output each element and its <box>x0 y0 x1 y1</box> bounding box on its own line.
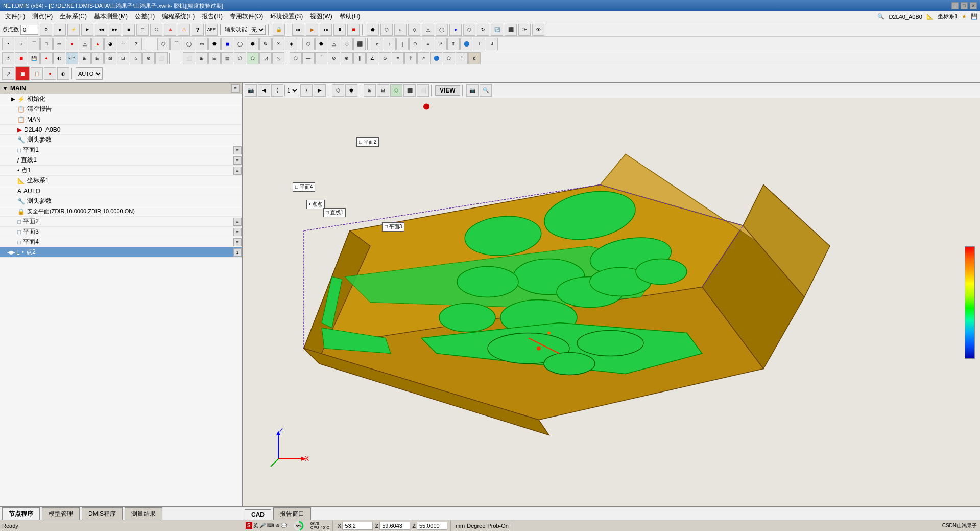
maximize-button[interactable]: □ <box>961 2 968 9</box>
tb3-r9[interactable]: ⬡ <box>290 52 302 64</box>
tb3-l1[interactable]: ↺ <box>2 52 14 64</box>
point1-btn[interactable]: ≡ <box>233 167 242 175</box>
tb2-r9[interactable]: ↻ <box>259 38 272 50</box>
tree-item-probeparam2[interactable]: 🔧 测头参数 <box>0 196 242 206</box>
tb-shape8[interactable]: ⬡ <box>463 24 475 36</box>
tb2-r22[interactable]: ↗ <box>435 38 447 50</box>
tb-btn-9[interactable]: ⬡ <box>150 24 162 36</box>
vt-b1[interactable]: ⬡ <box>332 84 344 97</box>
tb3-r5[interactable]: ⬡ <box>234 52 246 64</box>
tb2-r18[interactable]: ↕ <box>384 38 396 50</box>
tab-dmisprog[interactable]: DMIS程序 <box>82 507 123 520</box>
vt-prev-view[interactable]: ◀ <box>258 84 270 97</box>
menu-point[interactable]: 测点(P) <box>29 11 56 22</box>
tb2-r5[interactable]: ⬟ <box>208 38 221 50</box>
point2-btn[interactable]: 1 <box>233 248 242 257</box>
tb-stop[interactable]: ⏹ <box>347 24 360 36</box>
tb2-r17[interactable]: ⌀ <box>371 38 383 50</box>
plane4-btn[interactable]: ≡ <box>233 238 242 246</box>
menu-tolerance[interactable]: 公差(T) <box>132 11 158 22</box>
menu-file[interactable]: 文件(F) <box>2 11 28 22</box>
tb2-r1[interactable]: ⬡ <box>157 38 170 50</box>
vt-next[interactable]: ▶ <box>314 84 326 97</box>
tb3-r18[interactable]: ⇑ <box>404 52 417 64</box>
tree-item-auto[interactable]: A AUTO <box>0 186 242 196</box>
vt-b4[interactable]: ⊟ <box>377 84 389 97</box>
tb2-r12[interactable]: ⬡ <box>302 38 315 50</box>
tree-item-point2[interactable]: ◀▶ L • 点2 1 <box>0 247 242 258</box>
tb-btn-warn[interactable]: ⚠ <box>178 24 190 36</box>
tree-item-probe[interactable]: ▶ D2L40_A0B0 <box>0 125 242 135</box>
tb2-r2[interactable]: ⌒ <box>170 38 182 50</box>
tb2-r23[interactable]: ⇑ <box>447 38 460 50</box>
plane1-btn[interactable]: ≡ <box>233 146 242 154</box>
tb-play-back[interactable]: ⏮ <box>292 24 304 36</box>
tb-btn-6[interactable]: ▶▶ <box>109 24 121 36</box>
tb-btn-8[interactable]: □ <box>136 24 149 36</box>
vt-view-btn[interactable]: VIEW <box>435 85 460 96</box>
vt-capture2[interactable]: 📷 <box>466 84 479 97</box>
tb3-l8[interactable]: ⊠ <box>104 52 116 64</box>
tree-item-plane1[interactable]: □ 平面1 ≡ <box>0 145 242 155</box>
tb2-btn3[interactable]: ⌒ <box>28 38 40 50</box>
tb3-r22[interactable]: ⁴ <box>456 52 468 64</box>
menu-help[interactable]: 帮助(H) <box>337 11 364 22</box>
tb-step[interactable]: ⏭ <box>320 24 332 36</box>
tab-nodeprog[interactable]: 节点程序 <box>2 507 40 520</box>
tb-shape1[interactable]: ⬟ <box>367 24 379 36</box>
tb3-r1[interactable]: ⬜ <box>183 52 195 64</box>
viewport-3d[interactable]: □ 平面2 □ 平面3 □ 平面4 • 点点 □ 直线1 Z X <box>243 98 980 506</box>
tb3-r19[interactable]: ↗ <box>417 52 429 64</box>
tb-btn-7[interactable]: ■ <box>123 24 135 36</box>
tree-item-line1[interactable]: / 直线1 ≡ <box>0 155 242 166</box>
tb2-r7[interactable]: ◯ <box>234 38 246 50</box>
tree-item-init[interactable]: ▶ ⚡ 初始化 <box>0 94 242 104</box>
tb2-btn6[interactable]: ● <box>66 38 78 50</box>
vt-next-arrow[interactable]: ⟩ <box>300 84 313 97</box>
tb-rotate[interactable]: 🔃 <box>491 24 503 36</box>
menu-report[interactable]: 报告(R) <box>199 11 226 22</box>
tree-item-probeparam[interactable]: 🔧 测头参数 <box>0 135 242 145</box>
tb2-r24[interactable]: 🔵 <box>460 38 472 50</box>
tb4-stop[interactable]: ⏹ <box>15 66 30 81</box>
tb3-r4[interactable]: ▤ <box>221 52 233 64</box>
tb2-r4[interactable]: ▭ <box>196 38 208 50</box>
tb-btn-app[interactable]: APP <box>205 24 218 36</box>
tb2-r15[interactable]: ◇ <box>341 38 353 50</box>
tb3-r21[interactable]: ⬡ <box>443 52 455 64</box>
tb2-r10[interactable]: ✕ <box>272 38 284 50</box>
tb-btn-lock[interactable]: 🔒 <box>273 24 285 36</box>
tb3-l2[interactable]: ⏹ <box>15 52 27 64</box>
vt-b6[interactable]: ⬛ <box>403 84 416 97</box>
tb-btn-2[interactable]: ● <box>54 24 66 36</box>
plane2-btn[interactable]: ≡ <box>233 218 242 226</box>
tb2-r16[interactable]: ⬛ <box>353 38 366 50</box>
tb-btn-4[interactable]: ▶ <box>81 24 93 36</box>
tb3-r14[interactable]: ∥ <box>353 52 366 64</box>
tb-transform[interactable]: ↻ <box>477 24 489 36</box>
tb-shape7[interactable]: ● <box>449 24 462 36</box>
tb2-r8[interactable]: ⬢ <box>247 38 259 50</box>
vt-b5[interactable]: ⬡ <box>390 84 402 97</box>
tb3-r11[interactable]: ⌒ <box>315 52 327 64</box>
vt-view-select[interactable]: 1 <box>284 85 299 96</box>
tb-more1[interactable]: ≫ <box>518 24 531 36</box>
tree-item-point1[interactable]: • 点1 ≡ <box>0 166 242 176</box>
tb-shape5[interactable]: △ <box>422 24 434 36</box>
tb2-btn2[interactable]: ○ <box>15 38 27 50</box>
menu-program[interactable]: 编程系统(E) <box>159 11 198 22</box>
vt-prev-arrow[interactable]: ⟨ <box>271 84 283 97</box>
menu-measure[interactable]: 基本测量(M) <box>91 11 131 22</box>
vt-capture[interactable]: 📷 <box>245 84 257 97</box>
tb4-b2[interactable]: ● <box>44 67 56 80</box>
tb2-r6[interactable]: ◼ <box>221 38 233 50</box>
tb-play[interactable]: ▶ <box>306 24 318 36</box>
tb3-r15[interactable]: ∠ <box>366 52 378 64</box>
tb-btn-q[interactable]: ? <box>192 24 204 36</box>
tb4-b3[interactable]: ◐ <box>57 67 69 80</box>
tree-item-plane2[interactable]: □ 平面2 ≡ <box>0 217 242 227</box>
tb2-r13[interactable]: ⬟ <box>315 38 327 50</box>
tb3-rps[interactable]: RPS <box>66 52 78 64</box>
tb-shape3[interactable]: ○ <box>394 24 407 36</box>
tab-modelmgmt[interactable]: 模型管理 <box>42 507 80 520</box>
